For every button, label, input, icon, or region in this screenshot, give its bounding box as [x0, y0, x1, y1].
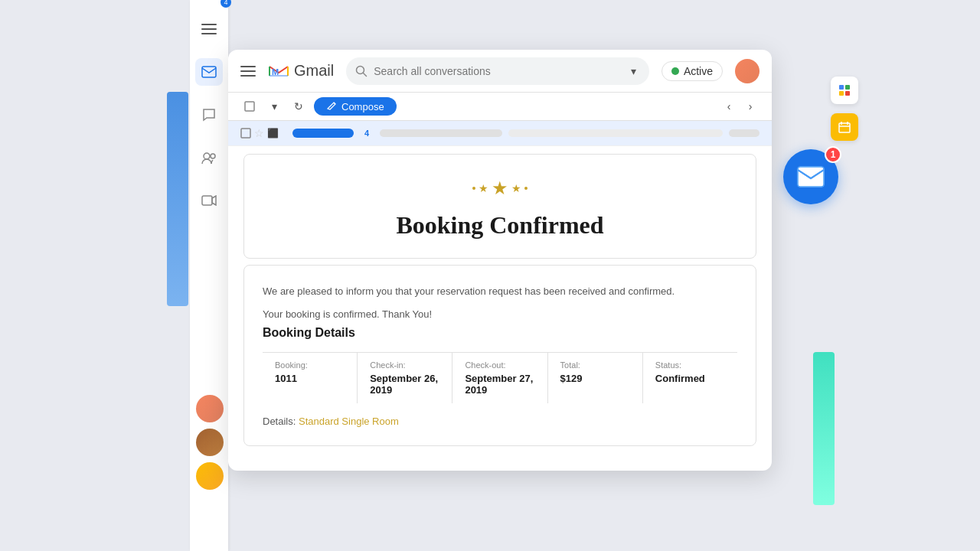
booking-details-title: Booking Details: [263, 326, 737, 340]
email-row-icons: ☆ ⬛: [240, 127, 286, 139]
search-bar[interactable]: ▾: [346, 57, 649, 85]
svg-rect-14: [845, 91, 850, 96]
hamburger-icon: [201, 24, 217, 34]
booking-details-row: Details: Standard Single Room: [263, 416, 737, 427]
gmail-m-icon: M: [268, 64, 289, 79]
booking-col-checkout: Check-out: September 27, 2019: [452, 353, 547, 403]
booking-col-checkin: Check-in: September 26, 2019: [358, 353, 452, 403]
search-dropdown-icon[interactable]: ▾: [628, 65, 640, 77]
mail-notification[interactable]: 1: [783, 149, 838, 204]
grid-icon: [838, 84, 851, 96]
nav-prev-icon[interactable]: ‹: [720, 97, 738, 116]
sidebar-chat-icon[interactable]: [195, 101, 223, 129]
avatar-2[interactable]: [196, 429, 224, 456]
star-big: ★: [492, 178, 508, 199]
svg-rect-12: [845, 85, 850, 90]
checkin-value: September 26, 2019: [370, 373, 439, 396]
right-panel-icon-2[interactable]: [831, 113, 858, 141]
active-dot: [671, 67, 679, 75]
search-input[interactable]: [374, 65, 622, 77]
booking-col-total: Total: $129: [548, 353, 643, 403]
gmail-topbar: M Gmail ▾ Active: [228, 50, 772, 93]
svg-rect-15: [839, 123, 850, 132]
dot-2: [524, 187, 528, 190]
svg-rect-11: [839, 85, 844, 90]
svg-rect-8: [241, 129, 250, 138]
right-panel-icon-1[interactable]: [831, 77, 858, 104]
bottom-avatars: [196, 395, 224, 490]
email-count: 4: [360, 127, 374, 139]
booking-col-status: Status: Confirmed: [643, 353, 737, 403]
right-panel: [831, 77, 861, 141]
email-row-1[interactable]: ☆ ⬛ 4: [228, 121, 772, 146]
booking-details-card: We are pleased to inform you that your r…: [243, 265, 756, 446]
chat-icon: [202, 108, 216, 122]
sidebar-mail-icon[interactable]: 4: [195, 58, 223, 86]
avatar-3[interactable]: [196, 462, 224, 490]
svg-rect-9: [798, 167, 824, 187]
booking-intro: We are pleased to inform you that your r…: [263, 284, 737, 299]
notification-count-badge: 1: [825, 146, 841, 163]
svg-rect-13: [839, 91, 844, 96]
search-icon: [355, 65, 368, 77]
nav-next-icon[interactable]: ›: [741, 97, 760, 116]
booking-thank: Your booking is confirmed. Thank You!: [263, 308, 737, 320]
mail-circle: 1: [783, 149, 838, 204]
booking-col-id: Booking: 1011: [263, 353, 358, 403]
svg-point-1: [204, 153, 210, 159]
star-icon[interactable]: ☆: [254, 127, 264, 139]
svg-rect-0: [202, 67, 216, 77]
total-value: $129: [560, 373, 630, 384]
video-icon: [201, 195, 217, 206]
row-checkbox[interactable]: [240, 128, 251, 139]
svg-rect-3: [202, 196, 212, 205]
checkbox-icon[interactable]: [240, 97, 259, 116]
checkout-value: September 27, 2019: [465, 373, 534, 396]
compose-button[interactable]: Compose: [314, 97, 397, 116]
total-label: Total:: [560, 360, 630, 370]
sidebar-menu-icon[interactable]: [195, 15, 223, 43]
details-label: Details:: [263, 416, 296, 427]
decorative-teal-bar: [813, 352, 835, 505]
gmail-text: Gmail: [294, 62, 334, 80]
star-1: ★: [479, 182, 488, 194]
star-2: ★: [511, 182, 521, 194]
gmail-logo: M Gmail: [268, 62, 334, 80]
booking-title: Booking Confirmed: [260, 211, 740, 240]
svg-rect-7: [245, 102, 254, 111]
booking-header-card: ★ ★ ★ Booking Confirmed: [243, 154, 756, 259]
gmail-window: M Gmail ▾ Active ▾ ↻: [228, 50, 772, 471]
compose-icon: [326, 101, 337, 112]
mail-unread-badge: 4: [220, 0, 231, 8]
email-nav: ‹ ›: [720, 97, 760, 116]
sidebar-video-icon[interactable]: [195, 187, 223, 214]
gmail-toolbar: ▾ ↻ Compose ‹ ›: [228, 93, 772, 121]
email-sender: [292, 129, 354, 138]
svg-text:M: M: [272, 67, 279, 77]
user-avatar[interactable]: [735, 59, 760, 83]
checkout-label: Check-out:: [465, 360, 534, 370]
status-label: Status:: [655, 360, 725, 370]
svg-point-2: [211, 154, 215, 158]
booking-id-label: Booking:: [275, 360, 345, 370]
status-value: Confirmed: [655, 373, 725, 384]
checkbox-svg: [244, 101, 255, 112]
booking-id-value: 1011: [275, 373, 345, 384]
dropdown-arrow-icon[interactable]: ▾: [265, 97, 283, 116]
dot-1: [472, 187, 475, 190]
email-subject: [380, 129, 502, 137]
refresh-icon[interactable]: ↻: [289, 97, 308, 116]
details-link[interactable]: Standard Single Room: [299, 416, 399, 427]
sidebar-toggle[interactable]: [240, 66, 256, 77]
mail-icon: [201, 66, 217, 78]
sidebar-contacts-icon[interactable]: [195, 144, 223, 171]
label-icon[interactable]: ⬛: [267, 128, 279, 139]
decorative-blue-bar: [167, 92, 188, 306]
email-date: [729, 129, 760, 137]
booking-table: Booking: 1011 Check-in: September 26, 20…: [263, 352, 737, 403]
mail-envelope-icon: [797, 166, 825, 187]
active-label: Active: [684, 65, 713, 77]
checkin-label: Check-in:: [370, 360, 439, 370]
avatar-1[interactable]: [196, 395, 224, 422]
active-status-badge[interactable]: Active: [662, 61, 723, 81]
